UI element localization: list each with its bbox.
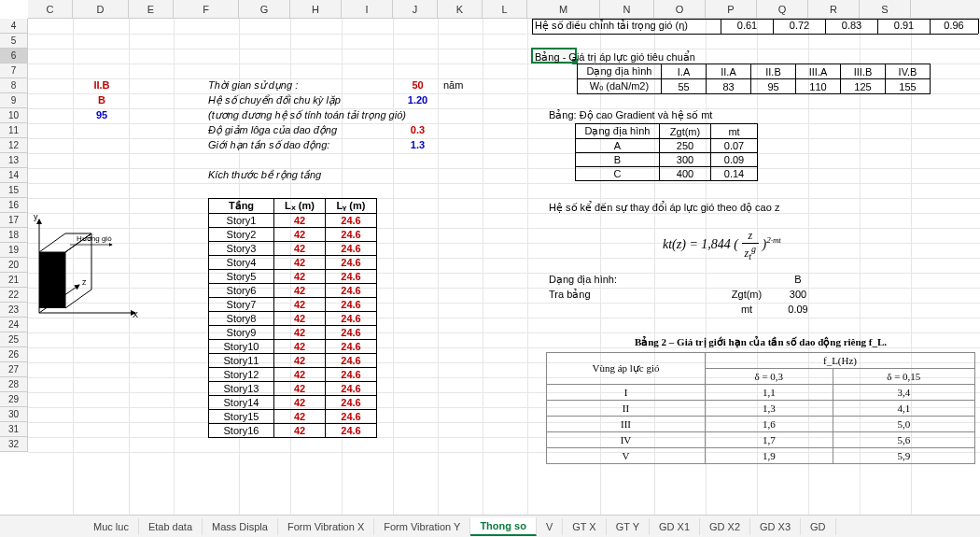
v1: 50 bbox=[397, 78, 439, 92]
row-head-19[interactable]: 19 bbox=[0, 243, 27, 258]
heso: Hệ số kể đến sự thay đổi áp lực gió theo… bbox=[546, 201, 782, 215]
grad-title: Bảng: Độ cao Gradient và hệ số mt bbox=[546, 108, 715, 122]
row-head-12[interactable]: 12 bbox=[0, 138, 27, 153]
sheet-tab-gd[interactable]: GD bbox=[801, 518, 836, 535]
row-head-15[interactable]: 15 bbox=[0, 183, 27, 198]
table-row: Story124224.6 bbox=[209, 368, 377, 382]
col-head-P[interactable]: P bbox=[706, 0, 757, 18]
column-headers[interactable]: CDEFGHIJKLMNOPQRS bbox=[28, 0, 980, 19]
row-head-13[interactable]: 13 bbox=[0, 153, 27, 168]
row-head-9[interactable]: 9 bbox=[0, 93, 27, 108]
col-head-N[interactable]: N bbox=[600, 0, 654, 18]
col-head-L[interactable]: L bbox=[483, 0, 527, 18]
row-head-22[interactable]: 22 bbox=[0, 288, 27, 303]
eta-val-0: 0.61 bbox=[721, 19, 773, 32]
l6: Kích thước bề rộng tầng bbox=[205, 168, 324, 182]
sheet-tab-etab-data[interactable]: Etab data bbox=[139, 518, 203, 535]
svg-text:Hướng gió: Hướng gió bbox=[77, 234, 112, 243]
row-head-30[interactable]: 30 bbox=[0, 407, 27, 422]
col-head-G[interactable]: G bbox=[239, 0, 290, 18]
eta-val-2: 0.83 bbox=[826, 19, 877, 32]
row-head-20[interactable]: 20 bbox=[0, 258, 27, 273]
row-head-11[interactable]: 11 bbox=[0, 123, 27, 138]
table-row: Story54224.6 bbox=[209, 270, 377, 284]
col-head-S[interactable]: S bbox=[860, 0, 911, 18]
sheet-tab-gt-x[interactable]: GT X bbox=[563, 518, 606, 535]
col-head-H[interactable]: H bbox=[290, 0, 342, 18]
wind-direction-diagram: Hướng gió X y z bbox=[28, 205, 140, 327]
sheet-tab-gd-x3[interactable]: GD X3 bbox=[750, 518, 801, 535]
table-row: Story84224.6 bbox=[209, 312, 377, 326]
left-95: 95 bbox=[75, 108, 129, 121]
col-head-K[interactable]: K bbox=[438, 0, 483, 18]
row-head-8[interactable]: 8 bbox=[0, 78, 27, 93]
row-head-32[interactable]: 32 bbox=[0, 437, 27, 452]
col-head-E[interactable]: E bbox=[129, 0, 174, 18]
stories-table: TầngLₓ (m)Lᵧ (m) Story14224.6Story24224.… bbox=[208, 198, 377, 438]
col-head-O[interactable]: O bbox=[654, 0, 706, 18]
row-headers[interactable]: 4567891011121314151617181920212223242526… bbox=[0, 19, 28, 452]
table-row: Story74224.6 bbox=[209, 298, 377, 312]
svg-text:X: X bbox=[133, 310, 138, 319]
row-head-5[interactable]: 5 bbox=[0, 34, 27, 49]
eta-val-1: 0.72 bbox=[774, 19, 825, 32]
table-row: II1,34,1 bbox=[547, 401, 975, 417]
row-head-25[interactable]: 25 bbox=[0, 332, 27, 347]
sheet-tab-gt-y[interactable]: GT Y bbox=[607, 518, 650, 535]
col-head-I[interactable]: I bbox=[342, 0, 393, 18]
row-head-21[interactable]: 21 bbox=[0, 273, 27, 288]
table-row: Story164224.6 bbox=[209, 424, 377, 438]
row-head-29[interactable]: 29 bbox=[0, 392, 27, 407]
sheet-tabs[interactable]: Muc lucEtab dataMass DisplaForm Vibratio… bbox=[0, 515, 980, 537]
table-row: Story44224.6 bbox=[209, 256, 377, 270]
table-row: Story134224.6 bbox=[209, 382, 377, 396]
lookup-v2b: 0.09 bbox=[775, 303, 821, 316]
row-head-18[interactable]: 18 bbox=[0, 228, 27, 243]
svg-rect-3 bbox=[39, 252, 65, 308]
table-row: Story154224.6 bbox=[209, 410, 377, 424]
col-head-C[interactable]: C bbox=[28, 0, 73, 18]
table-row: Story94224.6 bbox=[209, 326, 377, 340]
row-head-26[interactable]: 26 bbox=[0, 347, 27, 362]
row-head-27[interactable]: 27 bbox=[0, 362, 27, 377]
lookup-v2a: 300 bbox=[775, 288, 821, 301]
row-head-16[interactable]: 16 bbox=[0, 198, 27, 213]
table-row: Story14224.6 bbox=[209, 214, 377, 228]
row-head-10[interactable]: 10 bbox=[0, 108, 27, 123]
row-head-14[interactable]: 14 bbox=[0, 168, 27, 183]
sheet-tab-gd-x2[interactable]: GD X2 bbox=[700, 518, 750, 535]
col-head-R[interactable]: R bbox=[808, 0, 860, 18]
v5: 1.3 bbox=[397, 138, 439, 151]
row-head-6[interactable]: 6 bbox=[0, 49, 27, 64]
row-head-23[interactable]: 23 bbox=[0, 303, 27, 318]
table-row: Story64224.6 bbox=[209, 284, 377, 298]
col-head-Q[interactable]: Q bbox=[757, 0, 808, 18]
v2: 1.20 bbox=[397, 93, 439, 106]
sheet-tab-muc-luc[interactable]: Muc luc bbox=[84, 518, 139, 535]
row-head-31[interactable]: 31 bbox=[0, 422, 27, 437]
sheet-tab-form-vibration-y[interactable]: Form Vibration Y bbox=[374, 518, 470, 535]
l3: (tương đương hệ số tính toán tải trọng g… bbox=[205, 108, 409, 122]
sheet-tab-thong-so[interactable]: Thong so bbox=[470, 517, 537, 536]
sheet-tab-form-vibration-x[interactable]: Form Vibration X bbox=[278, 518, 374, 535]
sheet-tab-v[interactable]: V bbox=[537, 518, 563, 535]
table-row: Story144224.6 bbox=[209, 396, 377, 410]
table-row: V1,95,9 bbox=[547, 448, 975, 464]
eta-val-4: 0.96 bbox=[931, 19, 977, 32]
v4: 0.3 bbox=[397, 123, 439, 136]
row-head-28[interactable]: 28 bbox=[0, 377, 27, 392]
col-head-D[interactable]: D bbox=[73, 0, 129, 18]
sheet-tab-gd-x1[interactable]: GD X1 bbox=[650, 518, 700, 535]
table-row: Story24224.6 bbox=[209, 228, 377, 242]
row-head-4[interactable]: 4 bbox=[0, 19, 27, 34]
row-head-7[interactable]: 7 bbox=[0, 64, 27, 78]
col-head-M[interactable]: M bbox=[527, 0, 600, 18]
bang1-table: Dạng địa hìnhI.AII.AII.BIII.AIII.BIV.B W… bbox=[577, 64, 931, 94]
spreadsheet-grid[interactable]: Hệ số điều chỉnh tải trọng gió (η) 0.61 … bbox=[28, 19, 980, 515]
row-head-24[interactable]: 24 bbox=[0, 318, 27, 332]
sheet-tab-mass-displa[interactable]: Mass Displa bbox=[203, 518, 278, 535]
row-head-17[interactable]: 17 bbox=[0, 213, 27, 228]
l5: Giới hạn tần số dao động: bbox=[205, 138, 332, 152]
col-head-F[interactable]: F bbox=[174, 0, 239, 18]
col-head-J[interactable]: J bbox=[393, 0, 438, 18]
